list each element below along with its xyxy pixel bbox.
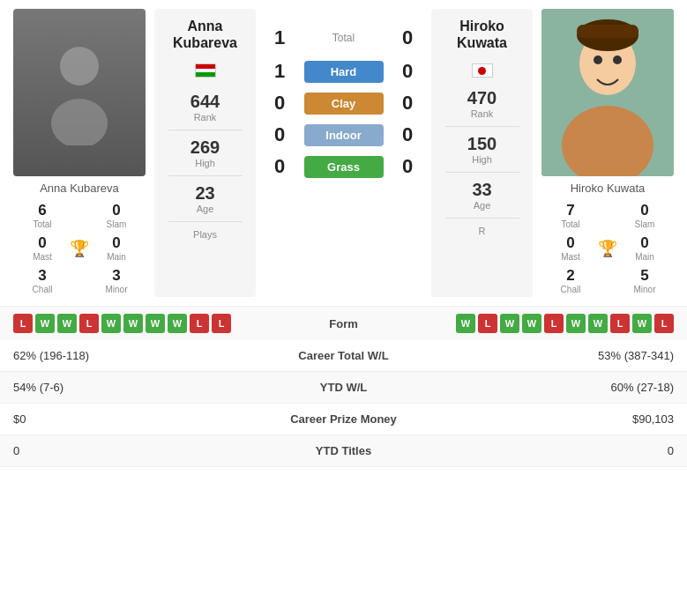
right-mast-label: Mast [561,252,580,262]
indoor-right-score: 0 [397,123,419,146]
right-stats-col: Hiroko Kuwata 470 Rank 150 High 33 Age [431,9,533,297]
stats-left-val: $0 [0,404,241,435]
left-main-cell: 0 Main [92,232,141,264]
right-player-photo [541,9,674,176]
stats-table: 62% (196-118) Career Total W/L 53% (387-… [0,340,687,467]
hard-left-score: 1 [269,60,291,83]
left-player-photo [13,9,146,176]
total-row: 1 Total 0 [269,26,419,49]
right-total-cell: 7 Total [546,199,595,232]
right-player-name-center: Hiroko Kuwata [457,18,507,51]
hard-row: 1 Hard 0 [269,60,419,83]
left-form-badge: W [57,314,77,333]
top-section: Anna Kubareva 6 Total 0 Slam 0 Mast 🏆 [0,0,687,297]
total-label: Total [309,32,379,44]
right-form-badge: W [566,314,586,333]
right-form-badge: W [522,314,541,333]
indoor-button[interactable]: Indoor [304,124,384,146]
right-plays-block: R [436,226,528,236]
left-slam-cell: 0 Slam [92,199,141,232]
left-silhouette [13,9,146,176]
left-trophy-icon: 🏆 [67,232,92,264]
right-chall-label: Chall [561,285,581,294]
left-form-badge: L [190,314,209,333]
right-slam-value: 0 [640,202,648,219]
clay-button[interactable]: Clay [304,93,384,115]
stats-row: $0 Career Prize Money $90,103 [0,404,687,435]
right-rank-label: Rank [471,108,494,119]
right-minor-cell: 5 Minor [620,264,669,297]
right-total-label: Total [561,219,579,229]
right-form-badge: W [588,314,608,333]
svg-point-6 [613,56,622,64]
stats-row: 0 YTD Titles 0 [0,435,687,467]
left-form-badge: W [101,314,121,333]
indoor-row: 0 Indoor 0 [269,123,419,146]
left-mast-cell: 0 Mast [18,232,67,264]
right-rank-block: 470 Rank [436,88,528,119]
right-main-label: Main [635,252,654,262]
left-age-value: 23 [195,183,214,204]
clay-row: 0 Clay 0 [269,92,419,115]
right-rank-value: 470 [467,88,497,108]
right-trophy-icon: 🏆 [595,232,620,264]
left-slam-label: Slam [107,219,127,229]
right-high-label: High [472,154,492,165]
right-mast-cell: 0 Mast [546,232,595,264]
grass-left-score: 0 [269,155,291,178]
svg-rect-8 [577,25,638,38]
left-chall-label: Chall [33,285,53,294]
main-container: Anna Kubareva 6 Total 0 Slam 0 Mast 🏆 [0,0,687,467]
left-total-cell: 6 Total [18,199,67,232]
left-chall-value: 3 [38,267,46,285]
right-flag [472,63,493,78]
left-main-value: 0 [112,234,120,252]
right-total-value: 7 [566,202,574,219]
left-form-badge: W [35,314,55,333]
left-slam-value: 0 [112,202,120,219]
left-total-label: Total [33,219,51,229]
left-total-value: 6 [38,202,46,219]
left-form-badge: L [13,314,33,333]
left-plays-block: Plays [159,229,251,240]
left-form-badge: W [146,314,165,333]
stats-row: 54% (7-6) YTD W/L 60% (27-18) [0,372,687,404]
left-form-badge: W [168,314,187,333]
svg-point-5 [594,56,602,64]
left-plays-label: Plays [193,229,217,240]
grass-button[interactable]: Grass [304,156,384,178]
middle-col: 1 Total 0 1 Hard 0 0 Clay 0 0 Indoor [260,9,427,297]
right-age-block: 33 Age [436,180,528,211]
left-form-badge: L [212,314,231,333]
right-minor-label: Minor [633,285,655,294]
right-chall-value: 2 [566,267,574,285]
left-minor-label: Minor [105,285,127,294]
stats-left-val: 54% (7-6) [0,372,241,404]
hard-button[interactable]: Hard [304,61,384,83]
right-player-name: Hiroko Kuwata [571,182,646,195]
right-slam-label: Slam [635,219,655,229]
stats-center-label: Career Prize Money [241,404,447,435]
stats-right-val: $90,103 [446,404,687,435]
left-age-block: 23 Age [159,183,251,214]
left-player-name: Anna Kubareva [40,182,119,195]
stats-center-label: YTD Titles [241,435,447,467]
left-rank-value: 644 [190,92,220,112]
right-form-badge: W [500,314,519,333]
right-form-badge: L [478,314,497,333]
svg-point-0 [60,47,99,85]
right-mast-value: 0 [566,234,574,252]
clay-left-score: 0 [269,92,291,115]
right-form-badge: L [610,314,630,333]
left-stats-grid: 6 Total 0 Slam 0 Mast 🏆 0 Main [18,199,141,297]
left-form-results: LWWLWWWWLL [13,314,291,333]
left-player-col: Anna Kubareva 6 Total 0 Slam 0 Mast 🏆 [9,9,150,297]
stats-center-label: YTD W/L [241,372,447,404]
right-stats-grid: 7 Total 0 Slam 0 Mast 🏆 0 Main [546,199,669,297]
right-age-label: Age [474,200,491,211]
left-age-label: Age [197,204,214,214]
stats-left-val: 0 [0,435,241,467]
left-minor-value: 3 [112,267,120,285]
left-form-badge: W [123,314,143,333]
right-form-badge: L [654,314,674,333]
